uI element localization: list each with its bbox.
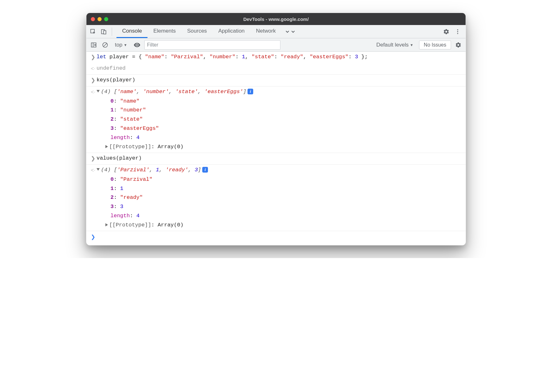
console-toolbar: top ▼ Filter Default levels ▼ No Issues [86,38,466,52]
array-prototype[interactable]: [[Prototype]]: Array(0) [86,142,184,152]
tab-network[interactable]: Network [250,25,281,38]
devtools-window: DevTools - www.google.com/ Console Eleme… [86,13,466,245]
tab-console[interactable]: Console [116,25,147,38]
more-tabs-button[interactable] [281,25,299,38]
panel-tabs: Console Elements Sources Application Net… [116,25,299,38]
kebab-menu-icon[interactable] [453,27,462,36]
result-undefined: undefined [97,64,466,73]
titlebar: DevTools - www.google.com/ [86,13,466,25]
console-code: values(player) [97,154,466,163]
result-chevron-icon: <· [90,87,97,97]
filter-placeholder: Filter [147,42,159,48]
console-code: let player = { "name": "Parzival", "numb… [97,53,466,62]
array-entry: 3: 3 [86,202,123,212]
svg-rect-2 [104,30,106,34]
array-length: length: 4 [86,212,140,221]
tab-elements[interactable]: Elements [147,25,181,38]
expand-triangle-down-icon[interactable] [97,90,100,92]
result-chevron-icon: <· [90,166,97,175]
console-code: keys(player) [97,76,466,85]
array-length: length: 4 [86,133,140,142]
array-entry: 2: "ready" [86,193,143,202]
svg-point-3 [457,29,458,30]
console-result-row: <· (4) ['Parzival', 1, 'ready', 3]i 0: "… [86,165,466,231]
array-prototype[interactable]: [[Prototype]]: Array(0) [86,221,184,230]
prompt-chevron-icon: ❯ [90,232,97,242]
array-summary[interactable]: (4) ['Parzival', 1, 'ready', 3]i [97,166,208,175]
svg-line-8 [104,43,107,47]
minimize-window-button[interactable] [97,17,102,21]
settings-gear-icon[interactable] [442,27,451,36]
device-toolbar-icon[interactable] [99,27,109,36]
array-entry: 1: "number" [86,106,146,115]
main-toolbar: Console Elements Sources Application Net… [86,25,466,38]
svg-point-5 [457,33,458,34]
prompt-input[interactable] [97,232,466,242]
array-entry: 2: "state" [86,115,143,124]
console-prompt[interactable]: ❯ [86,231,466,245]
live-expression-icon[interactable] [133,41,141,49]
close-window-button[interactable] [91,17,95,21]
input-chevron-icon: ❯ [90,76,97,85]
inspect-element-icon[interactable] [88,27,98,36]
info-badge-icon[interactable]: i [202,167,208,173]
tab-sources[interactable]: Sources [181,25,212,38]
toggle-sidebar-icon[interactable] [90,41,98,49]
svg-point-4 [457,31,458,32]
issues-button[interactable]: No Issues [419,41,451,49]
array-entry: 0: "Parzival" [86,175,153,184]
filter-input[interactable]: Filter [144,40,280,50]
expand-triangle-right-icon[interactable] [105,145,108,148]
window-title: DevTools - www.google.com/ [86,16,466,22]
context-selector[interactable]: top ▼ [112,42,130,48]
console-output: ❯ let player = { "name": "Parzival", "nu… [86,52,466,245]
array-entry: 3: "easterEggs" [86,124,159,133]
console-result-row: <· (4) ['name', 'number', 'state', 'east… [86,86,466,153]
clear-console-icon[interactable] [101,41,109,49]
console-input-row[interactable]: ❯ let player = { "name": "Parzival", "nu… [86,52,466,63]
result-chevron-icon: <· [90,64,97,73]
log-levels-selector[interactable]: Default levels ▼ [374,42,416,48]
zoom-window-button[interactable] [104,17,108,21]
input-chevron-icon: ❯ [90,53,97,62]
console-input-row[interactable]: ❯ values(player) [86,153,466,165]
tab-application[interactable]: Application [213,25,250,38]
console-result-row: <· undefined [86,63,466,75]
console-settings-gear-icon[interactable] [454,41,462,49]
console-input-row[interactable]: ❯ keys(player) [86,75,466,86]
expand-triangle-down-icon[interactable] [97,168,100,171]
info-badge-icon[interactable]: i [248,89,253,94]
expand-triangle-right-icon[interactable] [105,223,108,226]
array-entry: 1: 1 [86,184,123,193]
array-entry: 0: "name" [86,97,140,106]
array-summary[interactable]: (4) ['name', 'number', 'state', 'easterE… [97,87,253,97]
window-controls [91,17,108,21]
levels-label: Default levels [376,42,409,48]
context-label: top [115,42,122,48]
input-chevron-icon: ❯ [90,154,97,163]
